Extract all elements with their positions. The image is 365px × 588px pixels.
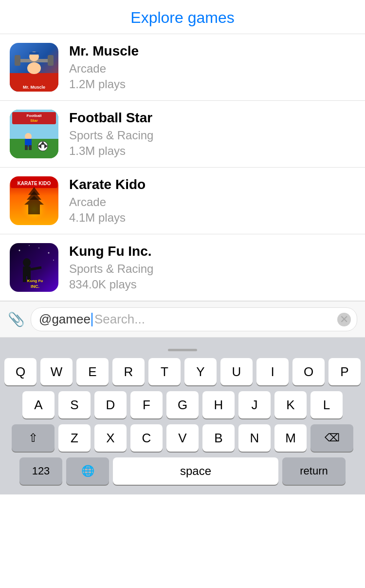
key-k[interactable]: K [274,391,307,418]
keyboard-row-2: A S D F G H J K L [0,391,365,418]
key-z[interactable]: Z [58,424,91,452]
game-plays-kung-fu-inc: 834.0K plays [69,278,355,291]
svg-point-5 [27,62,41,74]
key-x[interactable]: X [94,424,127,452]
svg-text:Star: Star [30,118,38,123]
key-d[interactable]: D [94,391,127,418]
game-thumbnail-mr-muscle: Mr. Muscle [10,43,58,92]
search-placeholder: Search... [94,312,145,327]
header: Explore games [0,0,365,34]
key-globe[interactable]: 🌐 [66,457,109,485]
key-v[interactable]: V [166,424,199,452]
svg-rect-35 [23,266,31,276]
svg-text:Football: Football [26,114,41,118]
svg-point-32 [29,245,30,246]
attachment-icon[interactable]: 📎 [8,311,25,327]
game-item-mr-muscle[interactable]: Mr. Muscle Mr. Muscle Arcade 1.2M plays [0,34,365,101]
keyboard-drag-handle [0,344,365,353]
keyboard: Q W E R T Y U I O P A S D F G H J K L ⇧ … [0,338,365,494]
svg-rect-7 [29,52,39,55]
svg-point-33 [53,260,54,261]
game-item-kung-fu-inc[interactable]: Kung Fu INC. Kung Fu Inc. Sports & Racin… [0,234,365,301]
key-j[interactable]: J [238,391,271,418]
game-plays-mr-muscle: 1.2M plays [69,77,355,91]
game-info-mr-muscle: Mr. Muscle Arcade 1.2M plays [69,43,355,91]
svg-text:Kung Fu: Kung Fu [27,279,43,283]
game-genre-mr-muscle: Arcade [69,62,355,76]
key-q[interactable]: Q [4,358,36,385]
drag-line [168,349,197,351]
key-y[interactable]: Y [184,358,217,385]
key-i[interactable]: I [256,358,289,385]
key-n[interactable]: N [238,424,271,452]
page-title: Explore games [130,9,234,26]
svg-rect-37 [23,275,26,282]
key-shift[interactable]: ⇧ [12,424,55,452]
key-w[interactable]: W [40,358,73,385]
svg-text:INC.: INC. [31,284,39,289]
svg-rect-18 [29,145,32,150]
key-o[interactable]: O [292,358,325,385]
key-s[interactable]: S [58,391,91,418]
game-info-kung-fu-inc: Kung Fu Inc. Sports & Racing 834.0K play… [69,244,355,291]
game-info-football-star: Football Star Sports & Racing 1.3M plays [69,110,355,158]
search-bar-area: 📎 @gamee Search... ✕ [0,301,365,338]
key-backspace[interactable]: ⌫ [310,424,353,452]
svg-point-30 [38,247,39,248]
keyboard-row-3: ⇧ Z X C V B N M ⌫ [0,424,365,452]
svg-point-29 [19,250,20,251]
game-list: Mr. Muscle Mr. Muscle Arcade 1.2M plays … [0,34,365,301]
svg-rect-3 [15,55,20,66]
game-name-kung-fu-inc: Kung Fu Inc. [69,244,355,259]
key-c[interactable]: C [130,424,163,452]
key-a[interactable]: A [22,391,55,418]
svg-rect-17 [25,145,28,150]
key-h[interactable]: H [202,391,235,418]
key-numbers[interactable]: 123 [19,457,62,485]
svg-rect-25 [28,205,40,214]
game-name-karate-kido: Karate Kido [69,177,355,192]
svg-rect-10 [10,139,58,158]
key-f[interactable]: F [130,391,163,418]
key-e[interactable]: E [76,358,109,385]
key-space[interactable]: space [113,457,278,485]
game-genre-kung-fu-inc: Sports & Racing [69,262,355,276]
key-m[interactable]: M [274,424,307,452]
svg-text:KARATE KIDO: KARATE KIDO [18,181,51,186]
svg-point-31 [48,252,50,254]
key-b[interactable]: B [202,424,235,452]
game-item-football-star[interactable]: Football Star Football Star Sports & Rac… [0,101,365,168]
key-r[interactable]: R [112,358,145,385]
keyboard-row-1: Q W E R T Y U I O P [0,358,365,385]
key-return[interactable]: return [282,457,346,485]
game-thumbnail-karate-kido: KARATE KIDO [10,176,58,225]
search-input-wrapper[interactable]: @gamee Search... ✕ [31,307,357,331]
key-p[interactable]: P [328,358,361,385]
svg-rect-4 [48,55,54,66]
game-thumbnail-kung-fu-inc: Kung Fu INC. [10,243,58,292]
game-genre-karate-kido: Arcade [69,195,355,209]
search-prefix: @gamee [39,312,91,327]
keyboard-bottom-row: 123 🌐 space return [0,457,365,494]
game-name-mr-muscle: Mr. Muscle [69,43,355,59]
key-u[interactable]: U [220,358,253,385]
game-name-football-star: Football Star [69,110,355,126]
game-plays-football-star: 1.3M plays [69,144,355,158]
search-clear-button[interactable]: ✕ [337,313,351,326]
key-g[interactable]: G [166,391,199,418]
game-plays-karate-kido: 4.1M plays [69,211,355,225]
svg-text:Mr. Muscle: Mr. Muscle [23,85,45,90]
svg-point-15 [25,133,32,140]
key-t[interactable]: T [148,358,181,385]
key-l[interactable]: L [310,391,343,418]
game-genre-football-star: Sports & Racing [69,129,355,142]
game-thumbnail-football-star: Football Star [10,110,58,158]
game-info-karate-kido: Karate Kido Arcade 4.1M plays [69,177,355,225]
svg-point-34 [23,258,31,267]
text-cursor [91,313,92,326]
game-item-karate-kido[interactable]: KARATE KIDO Karate Kido Arcade 4.1M play… [0,168,365,234]
